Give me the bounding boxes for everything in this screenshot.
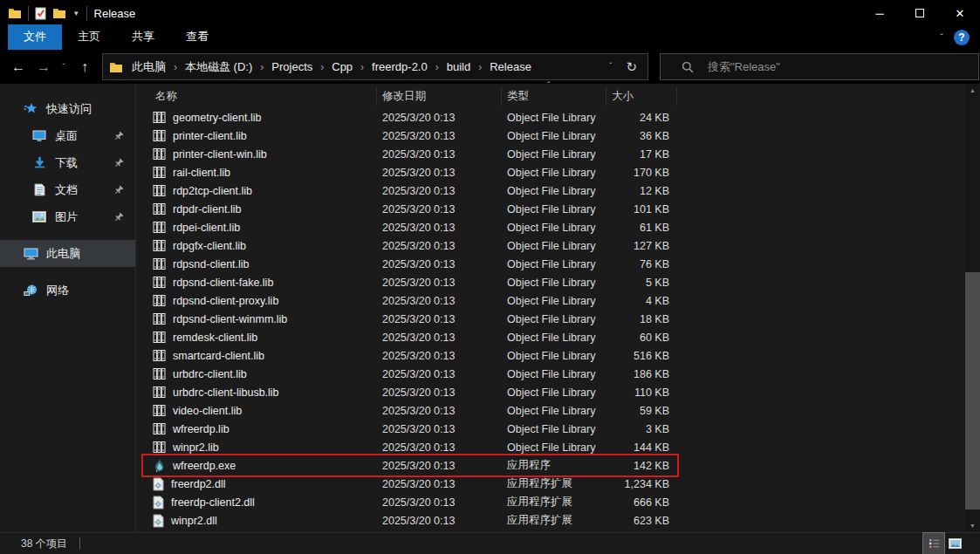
- lib-file-icon: [153, 386, 166, 399]
- file-row[interactable]: freerdp-client2.dll2025/3/20 0:13应用程序扩展6…: [136, 493, 677, 511]
- breadcrumb-item[interactable]: Projects: [269, 60, 315, 73]
- breadcrumb-item[interactable]: Cpp: [329, 60, 355, 73]
- file-name: rdpdr-client.lib: [173, 203, 242, 215]
- file-name-cell: geometry-client.lib: [136, 111, 377, 124]
- thumbnail-view-button[interactable]: [944, 533, 965, 554]
- address-bar[interactable]: 此电脑›本地磁盘 (D:)›Projects›Cpp›freerdp-2.0›b…: [102, 53, 648, 80]
- app-folder-icon: [8, 7, 22, 19]
- column-header[interactable]: 修改日期: [377, 86, 502, 106]
- sidebar-item[interactable]: 下载: [0, 149, 135, 176]
- file-name: rdpsnd-client.lib: [173, 258, 250, 270]
- search-box[interactable]: 搜索"Release": [660, 53, 979, 80]
- sort-ascending-caret-icon: ˆ: [547, 81, 550, 91]
- file-size: 12 KB: [607, 185, 677, 197]
- sidebar-item[interactable]: 图片: [0, 203, 135, 230]
- back-button[interactable]: ←: [5, 60, 31, 74]
- refresh-icon[interactable]: ↻: [622, 59, 648, 75]
- file-row[interactable]: wfreerdp.exe2025/3/20 0:13应用程序142 KB: [136, 456, 677, 475]
- help-button[interactable]: ?: [954, 30, 970, 45]
- maximize-button[interactable]: [900, 0, 940, 26]
- up-button[interactable]: ↑: [72, 60, 98, 74]
- breadcrumb-item[interactable]: 此电脑: [129, 59, 168, 75]
- file-date: 2025/3/20 0:13: [377, 423, 502, 435]
- breadcrumb-item[interactable]: build: [444, 60, 473, 73]
- tab-share[interactable]: 共享: [116, 24, 170, 50]
- breadcrumb-item[interactable]: 本地磁盘 (D:): [182, 59, 255, 75]
- sidebar-item[interactable]: 快速访问: [0, 95, 135, 122]
- column-header[interactable]: 大小: [607, 86, 677, 106]
- sidebar-item[interactable]: 网络: [0, 277, 135, 304]
- new-folder-icon[interactable]: [52, 7, 66, 19]
- scroll-up-arrow-icon[interactable]: ▲: [965, 84, 980, 97]
- file-row[interactable]: wfreerdp.lib2025/3/20 0:13Object File Li…: [136, 420, 677, 438]
- properties-check-icon[interactable]: [35, 7, 46, 20]
- file-name: remdesk-client.lib: [173, 332, 257, 344]
- file-row[interactable]: urbdrc-client.lib2025/3/20 0:13Object Fi…: [136, 365, 677, 383]
- quick-access-toolbar: ▾: [0, 6, 87, 21]
- ribbon-collapse-chevron-icon[interactable]: ˇ: [940, 32, 943, 43]
- file-row[interactable]: video-client.lib2025/3/20 0:13Object Fil…: [136, 401, 677, 420]
- file-name: urbdrc-client-libusb.lib: [173, 386, 279, 399]
- vertical-scrollbar[interactable]: ▲ ▼: [965, 84, 980, 532]
- sidebar-item-label: 此电脑: [46, 246, 80, 262]
- recent-locations-chevron-icon[interactable]: ˇ: [56, 63, 72, 71]
- file-row[interactable]: geometry-client.lib2025/3/20 0:13Object …: [136, 108, 677, 127]
- pin-icon: [113, 212, 124, 222]
- file-row[interactable]: printer-client-win.lib2025/3/20 0:13Obje…: [136, 145, 677, 163]
- file-size: 3 KB: [607, 423, 677, 435]
- file-row[interactable]: rdpgfx-client.lib2025/3/20 0:13Object Fi…: [136, 236, 677, 255]
- file-name: rdpei-client.lib: [173, 222, 240, 234]
- file-name: freerdp-client2.dll: [171, 496, 255, 509]
- file-row[interactable]: rdp2tcp-client.lib2025/3/20 0:13Object F…: [136, 181, 677, 200]
- file-row[interactable]: rdpdr-client.lib2025/3/20 0:13Object Fil…: [136, 200, 677, 218]
- file-name: video-client.lib: [173, 405, 242, 417]
- dll-file-icon: [153, 496, 164, 510]
- file-row[interactable]: rdpsnd-client-fake.lib2025/3/20 0:13Obje…: [136, 273, 677, 291]
- file-name-cell: printer-client-win.lib: [136, 147, 377, 161]
- column-header[interactable]: 名称: [136, 86, 377, 106]
- column-header[interactable]: 类型: [502, 86, 607, 106]
- tab-home[interactable]: 主页: [62, 24, 116, 50]
- breadcrumb-chevron-icon: ›: [473, 61, 487, 73]
- forward-button[interactable]: →: [31, 60, 56, 74]
- sidebar-item[interactable]: 桌面: [0, 122, 135, 149]
- file-row[interactable]: rdpsnd-client-winmm.lib2025/3/20 0:13Obj…: [136, 310, 677, 328]
- file-row[interactable]: winpr2.dll2025/3/20 0:13应用程序扩展623 KB: [136, 511, 677, 530]
- file-row[interactable]: urbdrc-client-libusb.lib2025/3/20 0:13Ob…: [136, 383, 677, 401]
- file-row[interactable]: printer-client.lib2025/3/20 0:13Object F…: [136, 127, 677, 145]
- file-row[interactable]: rdpsnd-client.lib2025/3/20 0:13Object Fi…: [136, 255, 677, 273]
- tab-file[interactable]: 文件: [8, 24, 62, 50]
- file-name-cell: rdpsnd-client-winmm.lib: [136, 312, 377, 325]
- address-dropdown-chevron-icon[interactable]: ˇ: [599, 62, 622, 72]
- scroll-down-arrow-icon[interactable]: ▼: [965, 519, 980, 532]
- details-view-button[interactable]: [923, 533, 944, 554]
- breadcrumb-item[interactable]: freerdp-2.0: [369, 60, 430, 73]
- file-row[interactable]: rdpsnd-client-proxy.lib2025/3/20 0:13Obj…: [136, 291, 677, 310]
- file-type: Object File Library: [502, 423, 607, 435]
- file-size: 60 KB: [607, 332, 677, 344]
- file-row[interactable]: freerdp2.dll2025/3/20 0:13应用程序扩展1,234 KB: [136, 475, 677, 493]
- file-row[interactable]: rdpei-client.lib2025/3/20 0:13Object Fil…: [136, 218, 677, 236]
- minimize-button[interactable]: ─: [860, 0, 900, 26]
- file-name-cell: rail-client.lib: [136, 166, 377, 179]
- file-date: 2025/3/20 0:13: [377, 478, 502, 490]
- file-row[interactable]: smartcard-client.lib2025/3/20 0:13Object…: [136, 346, 677, 365]
- tab-view[interactable]: 查看: [170, 24, 224, 50]
- file-row[interactable]: remdesk-client.lib2025/3/20 0:13Object F…: [136, 328, 677, 346]
- file-name-cell: freerdp-client2.dll: [136, 496, 377, 510]
- lib-file-icon: [153, 276, 166, 289]
- scrollbar-thumb[interactable]: [965, 272, 980, 510]
- file-name-cell: rdpgfx-client.lib: [136, 239, 377, 252]
- file-row[interactable]: rail-client.lib2025/3/20 0:13Object File…: [136, 163, 677, 181]
- file-name: rdpgfx-client.lib: [173, 240, 246, 252]
- close-button[interactable]: ✕: [940, 0, 980, 26]
- file-row[interactable]: winpr2.lib2025/3/20 0:13Object File Libr…: [136, 438, 677, 456]
- qat-customize-chevron-icon[interactable]: ▾: [72, 10, 80, 17]
- breadcrumb-item[interactable]: Release: [487, 60, 534, 73]
- sidebar-item-label: 图片: [55, 209, 78, 225]
- sidebar-item[interactable]: 此电脑: [0, 240, 135, 267]
- file-name-cell: wfreerdp.exe: [136, 459, 377, 473]
- sidebar-item[interactable]: 文档: [0, 176, 135, 203]
- main-area: 快速访问桌面下载文档图片此电脑网络 名称修改日期类型大小ˆ geometry-c…: [0, 84, 980, 532]
- file-date: 2025/3/20 0:13: [377, 203, 502, 215]
